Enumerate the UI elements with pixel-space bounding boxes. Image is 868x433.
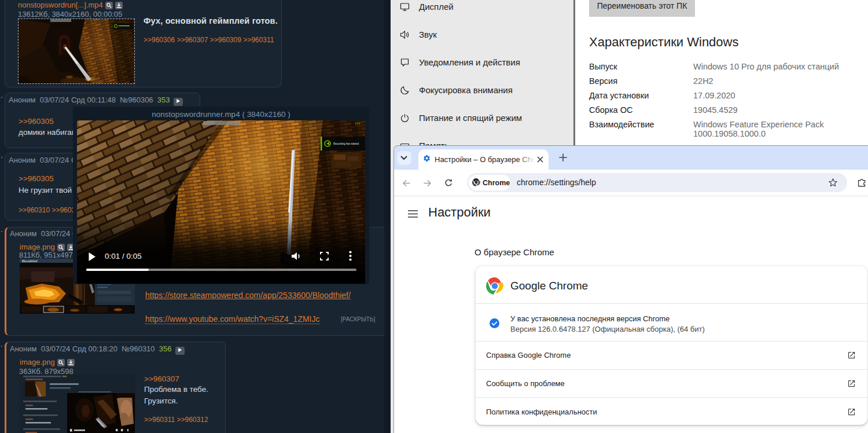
svg-text:119: 119 — [355, 122, 361, 125]
svg-text:Recording has started: Recording has started — [333, 142, 359, 145]
svg-text:Bloodthief: Bloodthief — [22, 259, 38, 263]
